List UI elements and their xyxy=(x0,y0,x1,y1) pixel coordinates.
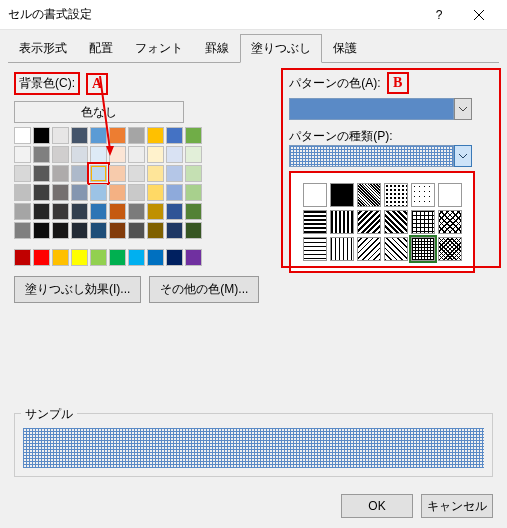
swatch[interactable] xyxy=(33,127,50,144)
swatch[interactable] xyxy=(109,184,126,201)
swatch[interactable] xyxy=(166,127,183,144)
no-color[interactable]: 色なし xyxy=(14,101,184,123)
bgcolor-section: 背景色(C): A 色なし 塗りつぶし効果(I)... その他の色(M)... xyxy=(14,72,259,303)
swatch[interactable] xyxy=(14,146,31,163)
swatch[interactable] xyxy=(166,203,183,220)
swatch[interactable] xyxy=(90,249,107,266)
swatch[interactable] xyxy=(14,184,31,201)
swatch[interactable] xyxy=(147,203,164,220)
pattern-section: パターンの色(A): B パターンの種類(P): xyxy=(289,72,475,303)
swatch[interactable] xyxy=(128,184,145,201)
swatch[interactable] xyxy=(14,203,31,220)
tab-fill[interactable]: 塗りつぶし xyxy=(240,34,322,63)
fill-effects-button[interactable]: 塗りつぶし効果(I)... xyxy=(14,276,141,303)
swatch[interactable] xyxy=(52,146,69,163)
swatch[interactable] xyxy=(71,222,88,239)
swatch[interactable] xyxy=(109,203,126,220)
swatch[interactable] xyxy=(33,146,50,163)
swatch[interactable] xyxy=(128,127,145,144)
swatch[interactable] xyxy=(147,184,164,201)
swatch[interactable] xyxy=(71,146,88,163)
swatch[interactable] xyxy=(166,222,183,239)
swatch[interactable] xyxy=(90,222,107,239)
swatch[interactable] xyxy=(33,222,50,239)
swatch[interactable] xyxy=(90,127,107,144)
swatch[interactable] xyxy=(90,184,107,201)
swatch[interactable] xyxy=(128,165,145,182)
swatch[interactable] xyxy=(33,165,50,182)
swatch[interactable] xyxy=(185,249,202,266)
swatch[interactable] xyxy=(90,146,107,163)
swatch[interactable] xyxy=(52,184,69,201)
swatch[interactable] xyxy=(14,222,31,239)
swatch[interactable] xyxy=(128,203,145,220)
ok-button[interactable]: OK xyxy=(341,494,413,518)
swatch[interactable] xyxy=(52,127,69,144)
swatch[interactable] xyxy=(109,222,126,239)
more-colors-button[interactable]: その他の色(M)... xyxy=(149,276,259,303)
swatch[interactable] xyxy=(71,203,88,220)
swatch[interactable] xyxy=(52,165,69,182)
swatch[interactable] xyxy=(71,127,88,144)
swatch[interactable] xyxy=(147,146,164,163)
tab-format[interactable]: 表示形式 xyxy=(8,34,78,63)
callout-a: A xyxy=(86,73,108,95)
bgcolor-label: 背景色(C): xyxy=(14,72,80,95)
cancel-button[interactable]: キャンセル xyxy=(421,494,493,518)
swatch[interactable] xyxy=(52,249,69,266)
swatch[interactable] xyxy=(33,184,50,201)
swatch[interactable] xyxy=(109,165,126,182)
tabstrip: 表示形式 配置 フォント 罫線 塗りつぶし 保護 xyxy=(0,30,507,63)
swatch[interactable] xyxy=(147,165,164,182)
swatch[interactable] xyxy=(185,146,202,163)
swatch[interactable] xyxy=(33,203,50,220)
swatch[interactable] xyxy=(128,146,145,163)
swatch[interactable] xyxy=(128,249,145,266)
swatch[interactable] xyxy=(147,222,164,239)
swatch[interactable] xyxy=(71,249,88,266)
swatch[interactable] xyxy=(52,222,69,239)
tab-protect[interactable]: 保護 xyxy=(322,34,368,63)
swatch[interactable] xyxy=(166,249,183,266)
swatch[interactable] xyxy=(166,184,183,201)
swatch[interactable] xyxy=(185,184,202,201)
swatch[interactable] xyxy=(71,165,88,182)
swatch[interactable] xyxy=(185,203,202,220)
tab-font[interactable]: フォント xyxy=(124,34,194,63)
swatch[interactable] xyxy=(90,203,107,220)
dialog-title: セルの書式設定 xyxy=(8,6,419,23)
tab-border[interactable]: 罫線 xyxy=(194,34,240,63)
swatch[interactable] xyxy=(90,165,107,182)
swatch[interactable] xyxy=(14,165,31,182)
swatch[interactable] xyxy=(52,203,69,220)
sample-preview xyxy=(23,428,484,468)
swatch[interactable] xyxy=(128,222,145,239)
swatch[interactable] xyxy=(14,127,31,144)
swatch[interactable] xyxy=(166,146,183,163)
swatch[interactable] xyxy=(147,127,164,144)
swatch[interactable] xyxy=(185,165,202,182)
swatch[interactable] xyxy=(109,249,126,266)
swatch[interactable] xyxy=(147,249,164,266)
swatch[interactable] xyxy=(71,184,88,201)
tab-align[interactable]: 配置 xyxy=(78,34,124,63)
swatch[interactable] xyxy=(14,249,31,266)
close-button[interactable] xyxy=(459,0,499,30)
swatch[interactable] xyxy=(185,222,202,239)
swatch[interactable] xyxy=(185,127,202,144)
help-button[interactable]: ? xyxy=(419,0,459,30)
swatch[interactable] xyxy=(109,146,126,163)
swatch[interactable] xyxy=(166,165,183,182)
sample-label: サンプル xyxy=(21,406,77,423)
swatch[interactable] xyxy=(109,127,126,144)
swatch[interactable] xyxy=(33,249,50,266)
